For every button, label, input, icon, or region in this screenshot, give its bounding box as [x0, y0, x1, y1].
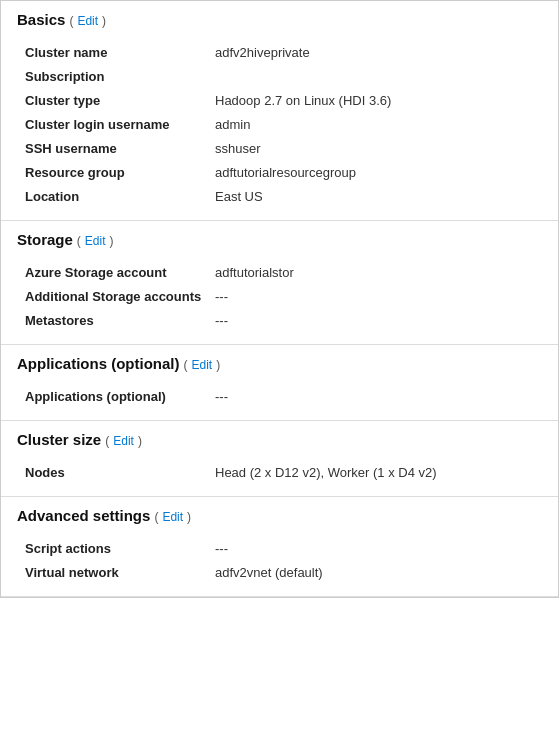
field-row: SSH usernamesshuser [1, 136, 558, 160]
section-title-cluster-size: Cluster size [17, 431, 101, 448]
edit-paren-close-cluster-size: ) [138, 434, 142, 448]
field-row: Additional Storage accounts--- [1, 284, 558, 308]
section-body-cluster-size: NodesHead (2 x D12 v2), Worker (1 x D4 v… [1, 456, 558, 496]
field-row: LocationEast US [1, 184, 558, 208]
section-cluster-size: Cluster size(Edit)NodesHead (2 x D12 v2)… [1, 421, 558, 497]
field-value: East US [215, 188, 534, 204]
field-row: Cluster login usernameadmin [1, 112, 558, 136]
field-label: Subscription [25, 68, 215, 84]
field-label: Resource group [25, 164, 215, 180]
field-value: Head (2 x D12 v2), Worker (1 x D4 v2) [215, 464, 534, 480]
field-value: --- [215, 540, 534, 556]
field-row: Metastores--- [1, 308, 558, 332]
edit-paren-open-basics: ( [69, 14, 73, 28]
section-title-applications: Applications (optional) [17, 355, 180, 372]
field-value: admin [215, 116, 534, 132]
edit-paren-close-applications: ) [216, 358, 220, 372]
field-row: Subscription [1, 64, 558, 88]
field-row: Azure Storage accountadftutorialstor [1, 260, 558, 284]
field-value: adftutorialresourcegroup [215, 164, 534, 180]
edit-link-applications[interactable]: Edit [192, 358, 213, 372]
section-title-advanced-settings: Advanced settings [17, 507, 150, 524]
edit-paren-close-basics: ) [102, 14, 106, 28]
field-row: Script actions--- [1, 536, 558, 560]
edit-link-cluster-size[interactable]: Edit [113, 434, 134, 448]
section-advanced-settings: Advanced settings(Edit)Script actions---… [1, 497, 558, 597]
section-body-applications: Applications (optional)--- [1, 380, 558, 420]
field-value: --- [215, 288, 534, 304]
field-value: sshuser [215, 140, 534, 156]
section-header-basics: Basics(Edit) [1, 1, 558, 36]
field-value: Hadoop 2.7 on Linux (HDI 3.6) [215, 92, 534, 108]
field-row: NodesHead (2 x D12 v2), Worker (1 x D4 v… [1, 460, 558, 484]
section-storage: Storage(Edit)Azure Storage accountadftut… [1, 221, 558, 345]
field-value: --- [215, 388, 534, 404]
field-value: adfv2vnet (default) [215, 564, 534, 580]
section-body-advanced-settings: Script actions---Virtual networkadfv2vne… [1, 532, 558, 596]
section-applications: Applications (optional)(Edit)Application… [1, 345, 558, 421]
edit-paren-open-cluster-size: ( [105, 434, 109, 448]
field-label: Virtual network [25, 564, 215, 580]
field-label: Azure Storage account [25, 264, 215, 280]
edit-paren-open-applications: ( [184, 358, 188, 372]
field-label: Cluster type [25, 92, 215, 108]
field-label: Additional Storage accounts [25, 288, 215, 304]
field-row: Applications (optional)--- [1, 384, 558, 408]
field-row: Cluster nameadfv2hiveprivate [1, 40, 558, 64]
section-body-basics: Cluster nameadfv2hiveprivateSubscription… [1, 36, 558, 220]
section-title-basics: Basics [17, 11, 65, 28]
field-row: Resource groupadftutorialresourcegroup [1, 160, 558, 184]
edit-paren-open-storage: ( [77, 234, 81, 248]
field-label: Script actions [25, 540, 215, 556]
field-label: Cluster login username [25, 116, 215, 132]
section-basics: Basics(Edit)Cluster nameadfv2hiveprivate… [1, 1, 558, 221]
field-label: Location [25, 188, 215, 204]
field-label: Nodes [25, 464, 215, 480]
field-label: SSH username [25, 140, 215, 156]
page-container: Basics(Edit)Cluster nameadfv2hiveprivate… [0, 0, 559, 598]
field-value: adfv2hiveprivate [215, 44, 534, 60]
edit-link-basics[interactable]: Edit [77, 14, 98, 28]
section-header-advanced-settings: Advanced settings(Edit) [1, 497, 558, 532]
section-title-storage: Storage [17, 231, 73, 248]
edit-paren-close-storage: ) [110, 234, 114, 248]
field-label: Cluster name [25, 44, 215, 60]
field-row: Virtual networkadfv2vnet (default) [1, 560, 558, 584]
section-body-storage: Azure Storage accountadftutorialstorAddi… [1, 256, 558, 344]
field-row: Cluster typeHadoop 2.7 on Linux (HDI 3.6… [1, 88, 558, 112]
field-value: --- [215, 312, 534, 328]
edit-link-advanced-settings[interactable]: Edit [162, 510, 183, 524]
edit-paren-open-advanced-settings: ( [154, 510, 158, 524]
field-value [215, 68, 534, 69]
section-header-cluster-size: Cluster size(Edit) [1, 421, 558, 456]
section-header-storage: Storage(Edit) [1, 221, 558, 256]
edit-paren-close-advanced-settings: ) [187, 510, 191, 524]
section-header-applications: Applications (optional)(Edit) [1, 345, 558, 380]
field-value: adftutorialstor [215, 264, 534, 280]
field-label: Applications (optional) [25, 388, 215, 404]
field-label: Metastores [25, 312, 215, 328]
edit-link-storage[interactable]: Edit [85, 234, 106, 248]
